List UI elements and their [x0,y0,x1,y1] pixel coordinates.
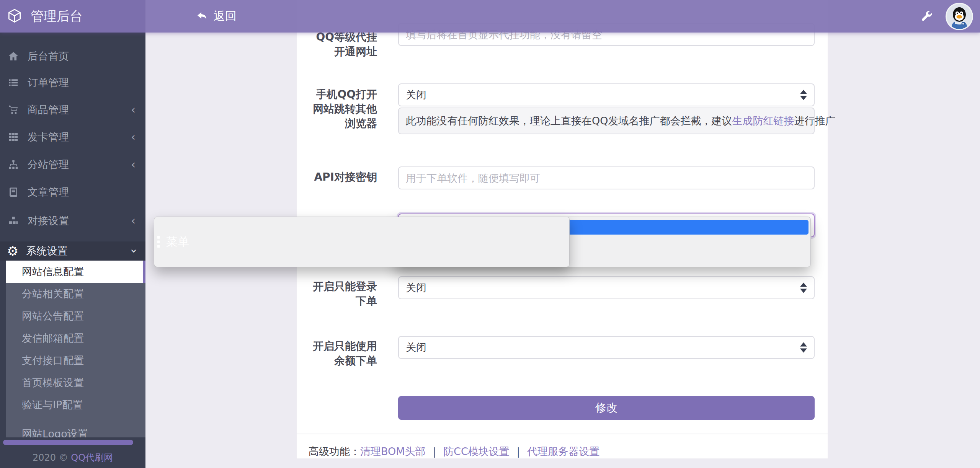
select-arrows-icon [800,283,807,293]
submenu-item-substation[interactable]: 分站相关配置 [6,283,145,305]
sidebar-item-substations[interactable]: 分站管理 ‹ [0,155,145,174]
sidebar-item-label: 后台首页 [28,49,69,63]
sidebar-item-dashboard[interactable]: 后台首页 [0,47,145,65]
submenu-item-label: 网站信息配置 [22,265,84,279]
sidebar: 后台首页 订单管理 商品管理 ‹ 发卡管理 ‹ 分站管理 ‹ 文章管理 对接 [0,0,145,468]
sidebar-item-api-settings[interactable]: 对接设置 ‹ [0,212,145,230]
cubes-icon [8,215,19,227]
submenu-item-email[interactable]: 发信邮箱配置 [6,327,145,349]
back-arrow-icon [196,10,208,23]
sidebar-scrollbar-thumb[interactable] [3,440,133,445]
cube-logo-icon [6,8,23,25]
sidebar-item-cards[interactable]: 发卡管理 ‹ [0,128,145,146]
home-icon [8,51,19,62]
clean-bom-link[interactable]: 清理BOM头部 [360,445,426,457]
select-arrows-icon [800,90,807,100]
balance-only-select[interactable]: 关闭 [398,336,815,359]
field-label-login-only: 开启只能登录下单 [306,279,377,308]
sidebar-item-orders[interactable]: 订单管理 [0,73,145,92]
copyright-text: 2020 © [33,452,71,463]
vertical-dots-icon [156,235,161,248]
advanced-prefix: 高级功能： [309,445,360,457]
sidebar-item-label: 对接设置 [28,214,69,228]
submenu-item-payment[interactable]: 支付接口配置 [6,349,145,372]
sidebar-item-articles[interactable]: 文章管理 [0,183,145,201]
sidebar-item-label: 文章管理 [28,185,69,199]
anti-cc-link[interactable]: 防CC模块设置 [443,445,510,457]
submenu-item-label: 支付接口配置 [22,354,84,367]
sidebar-item-label: 商品管理 [28,103,69,117]
back-button-label: 返回 [214,8,237,24]
gear-icon: ⚙ [7,245,18,258]
login-only-select[interactable]: 关闭 [398,276,815,299]
wrench-icon[interactable] [920,9,933,23]
sidebar-item-system-settings[interactable]: ⚙ 系统设置 ‹ [0,241,145,261]
logo[interactable]: 管理后台 [6,8,140,25]
submit-button[interactable]: 修改 [398,396,815,420]
advanced-functions-row: 高级功能：清理BOM头部｜防CC模块设置｜代理服务器设置 [309,445,599,458]
submenu-item-verify-ip[interactable]: 验证与IP配置 [6,394,145,416]
help-text: 此功能没有任何防红效果，理论上直接在QQ发域名推广都会拦截，建议 [406,114,732,128]
proxy-server-link[interactable]: 代理服务器设置 [527,445,599,457]
select-arrows-icon [800,342,807,353]
submenu-item-label: 验证与IP配置 [22,398,83,412]
submenu-item-label: 发信邮箱配置 [22,331,84,345]
user-avatar[interactable] [946,3,973,30]
submenu-item-site-info[interactable]: 网站信息配置 [6,261,145,283]
chevron-left-icon: ‹ [131,104,136,116]
list-icon [8,77,19,88]
grid-icon [8,131,19,143]
brand-link[interactable]: QQ代刷网 [71,452,113,463]
sidebar-item-label: 订单管理 [28,76,69,90]
book-icon [8,186,19,198]
sidebar-item-products[interactable]: 商品管理 ‹ [0,101,145,119]
chevron-left-icon: ‹ [131,215,136,227]
submenu-item-label: 首页模板设置 [22,376,84,390]
submenu-item-label: 分站相关配置 [22,287,84,301]
submenu-item-announcement[interactable]: 网站公告配置 [6,305,145,327]
menu-toggle-button[interactable]: 菜单 [154,217,570,267]
menu-button-label: 菜单 [166,234,189,250]
sidebar-item-label: 发卡管理 [28,130,69,144]
field-label-qq-hangup-url: QQ等级代挂开通网址 [306,30,377,59]
select-value: 关闭 [406,281,426,295]
sidebar-item-label: 分站管理 [28,158,69,171]
sitemap-icon [8,159,19,170]
redirect-help-box: 此功能没有任何防红效果，理论上直接在QQ发域名推广都会拦截，建议生成防红链接进行… [398,108,815,134]
sidebar-footer: 2020 © QQ代刷网 [0,452,145,464]
chevron-left-icon: ‹ [131,159,136,170]
select-value: 关闭 [406,88,426,102]
field-label-mobile-qq-redirect: 手机QQ打开网站跳转其他浏览器 [306,87,377,131]
system-settings-submenu: 网站信息配置 分站相关配置 网站公告配置 发信邮箱配置 支付接口配置 首页模板设… [6,261,145,437]
select-value: 关闭 [406,341,426,354]
qq-penguin-icon [947,4,972,29]
divider [297,434,828,434]
anti-red-link[interactable]: 生成防红链接 [732,114,794,128]
submenu-item-label: 网站公告配置 [22,309,84,323]
chevron-down-icon: ‹ [127,249,139,253]
topbar: 管理后台 菜单 返回 [0,0,980,33]
field-label-balance-only: 开启只能使用余额下单 [306,339,377,368]
submenu-item-template[interactable]: 首页模板设置 [6,372,145,394]
field-label-api-key: API对接密钥 [306,170,377,184]
separator: ｜ [430,445,439,457]
app-title: 管理后台 [31,8,83,25]
admin-screen: 后台首页 订单管理 商品管理 ‹ 发卡管理 ‹ 分站管理 ‹ 文章管理 对接 [0,0,980,468]
api-key-input[interactable] [398,166,815,189]
submenu-item-label: 网站Logo设置 [22,427,88,437]
separator: ｜ [513,445,523,457]
help-text: 进行推广 [794,114,836,128]
mobile-qq-redirect-select[interactable]: 关闭 [398,83,815,106]
sidebar-item-label: 系统设置 [26,244,67,258]
back-button[interactable]: 返回 [196,8,237,24]
active-indicator [143,261,145,283]
submenu-item-logo[interactable]: 网站Logo设置 [6,423,145,437]
chevron-left-icon: ‹ [131,131,136,143]
cart-icon [8,104,19,116]
